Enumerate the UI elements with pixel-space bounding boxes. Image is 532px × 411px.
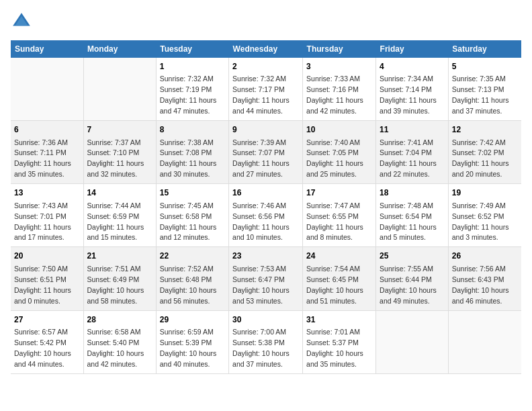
sunset-info: Sunset: 6:59 PM — [87, 212, 140, 220]
calendar-week-row: 6Sunrise: 7:36 AMSunset: 7:11 PMDaylight… — [11, 121, 521, 184]
day-number: 22 — [160, 250, 225, 262]
daylight-info: Daylight: 10 hours and 35 minutes. — [306, 349, 363, 368]
daylight-info: Daylight: 10 hours and 44 minutes. — [14, 349, 71, 368]
sunrise-info: Sunrise: 7:50 AM — [14, 265, 68, 273]
sunset-info: Sunset: 6:48 PM — [160, 275, 212, 283]
sunset-info: Sunset: 7:14 PM — [380, 85, 432, 93]
sunset-info: Sunset: 5:37 PM — [306, 338, 359, 347]
day-number: 10 — [306, 124, 372, 136]
day-number: 6 — [14, 124, 80, 136]
calendar-cell: 3Sunrise: 7:33 AMSunset: 7:16 PMDaylight… — [303, 58, 376, 121]
sunset-info: Sunset: 6:58 PM — [160, 212, 212, 220]
calendar-cell: 10Sunrise: 7:40 AMSunset: 7:05 PMDayligh… — [303, 121, 376, 184]
calendar-cell: 27Sunrise: 6:57 AMSunset: 5:42 PMDayligh… — [11, 310, 83, 373]
day-number: 27 — [14, 314, 80, 326]
sunset-info: Sunset: 6:44 PM — [380, 275, 432, 283]
sunset-info: Sunset: 6:51 PM — [14, 275, 66, 283]
sunset-info: Sunset: 5:39 PM — [160, 338, 212, 347]
day-number: 29 — [160, 314, 225, 326]
day-number: 11 — [380, 124, 445, 136]
daylight-info: Daylight: 11 hours and 32 minutes. — [87, 159, 144, 178]
calendar-cell: 17Sunrise: 7:47 AMSunset: 6:55 PMDayligh… — [303, 184, 376, 247]
day-number: 30 — [232, 314, 299, 326]
sunset-info: Sunset: 5:40 PM — [87, 338, 140, 347]
calendar-cell: 29Sunrise: 6:59 AMSunset: 5:39 PMDayligh… — [156, 310, 228, 373]
sunset-info: Sunset: 7:08 PM — [160, 148, 212, 156]
sunrise-info: Sunrise: 7:32 AM — [232, 75, 286, 83]
calendar-cell: 7Sunrise: 7:37 AMSunset: 7:10 PMDaylight… — [83, 121, 156, 184]
sunrise-info: Sunrise: 7:37 AM — [87, 138, 141, 146]
sunrise-info: Sunrise: 7:45 AM — [160, 201, 214, 210]
calendar-week-row: 1Sunrise: 7:32 AMSunset: 7:19 PMDaylight… — [11, 58, 521, 121]
calendar-cell: 9Sunrise: 7:39 AMSunset: 7:07 PMDaylight… — [229, 121, 303, 184]
day-number: 4 — [380, 61, 445, 73]
day-number: 15 — [160, 187, 225, 199]
calendar-week-row: 27Sunrise: 6:57 AMSunset: 5:42 PMDayligh… — [11, 310, 521, 373]
calendar-cell: 5Sunrise: 7:35 AMSunset: 7:13 PMDaylight… — [448, 58, 521, 121]
calendar-cell: 30Sunrise: 7:00 AMSunset: 5:38 PMDayligh… — [229, 310, 303, 373]
day-number: 19 — [452, 187, 518, 199]
calendar-cell: 14Sunrise: 7:44 AMSunset: 6:59 PMDayligh… — [83, 184, 156, 247]
daylight-info: Daylight: 11 hours and 35 minutes. — [14, 159, 71, 178]
header-monday: Monday — [83, 40, 156, 58]
sunrise-info: Sunrise: 7:55 AM — [380, 265, 433, 273]
calendar-cell: 13Sunrise: 7:43 AMSunset: 7:01 PMDayligh… — [11, 184, 83, 247]
sunset-info: Sunset: 6:52 PM — [452, 212, 504, 220]
calendar-cell: 25Sunrise: 7:55 AMSunset: 6:44 PMDayligh… — [376, 247, 449, 310]
calendar-cell: 6Sunrise: 7:36 AMSunset: 7:11 PMDaylight… — [11, 121, 83, 184]
calendar-cell: 2Sunrise: 7:32 AMSunset: 7:17 PMDaylight… — [229, 58, 303, 121]
day-number: 25 — [380, 250, 445, 262]
calendar-week-row: 20Sunrise: 7:50 AMSunset: 6:51 PMDayligh… — [11, 247, 521, 310]
sunset-info: Sunset: 7:02 PM — [452, 148, 504, 156]
sunset-info: Sunset: 5:42 PM — [14, 338, 66, 347]
sunset-info: Sunset: 7:16 PM — [306, 85, 359, 93]
calendar-cell — [11, 58, 83, 121]
sunrise-info: Sunrise: 7:41 AM — [380, 138, 433, 146]
daylight-info: Daylight: 11 hours and 37 minutes. — [452, 96, 509, 115]
header-thursday: Thursday — [303, 40, 376, 58]
day-number: 2 — [232, 61, 299, 73]
day-number: 26 — [452, 250, 518, 262]
header-saturday: Saturday — [448, 40, 521, 58]
daylight-info: Daylight: 10 hours and 42 minutes. — [87, 349, 144, 368]
daylight-info: Daylight: 10 hours and 49 minutes. — [380, 286, 437, 305]
daylight-info: Daylight: 11 hours and 42 minutes. — [306, 96, 363, 115]
sunset-info: Sunset: 6:43 PM — [452, 275, 504, 283]
daylight-info: Daylight: 10 hours and 37 minutes. — [232, 349, 290, 368]
sunrise-info: Sunrise: 6:57 AM — [14, 328, 68, 336]
calendar-cell: 1Sunrise: 7:32 AMSunset: 7:19 PMDaylight… — [156, 58, 228, 121]
sunrise-info: Sunrise: 7:40 AM — [306, 138, 360, 146]
sunset-info: Sunset: 7:01 PM — [14, 212, 66, 220]
daylight-info: Daylight: 11 hours and 22 minutes. — [380, 159, 437, 178]
sunrise-info: Sunrise: 7:38 AM — [160, 138, 214, 146]
daylight-info: Daylight: 11 hours and 27 minutes. — [232, 159, 290, 178]
day-number: 21 — [87, 250, 152, 262]
daylight-info: Daylight: 10 hours and 46 minutes. — [452, 286, 509, 305]
calendar-cell — [83, 58, 156, 121]
daylight-info: Daylight: 11 hours and 0 minutes. — [14, 286, 71, 305]
calendar-header-row: SundayMondayTuesdayWednesdayThursdayFrid… — [11, 40, 521, 58]
sunset-info: Sunset: 6:45 PM — [306, 275, 359, 283]
daylight-info: Daylight: 11 hours and 44 minutes. — [232, 96, 290, 115]
sunrise-info: Sunrise: 7:33 AM — [306, 75, 360, 83]
sunrise-info: Sunrise: 7:54 AM — [306, 265, 360, 273]
header-friday: Friday — [376, 40, 449, 58]
sunset-info: Sunset: 7:19 PM — [160, 85, 212, 93]
sunrise-info: Sunrise: 7:51 AM — [87, 265, 141, 273]
calendar-week-row: 13Sunrise: 7:43 AMSunset: 7:01 PMDayligh… — [11, 184, 521, 247]
sunrise-info: Sunrise: 7:39 AM — [232, 138, 286, 146]
daylight-info: Daylight: 11 hours and 25 minutes. — [306, 159, 363, 178]
calendar-cell: 15Sunrise: 7:45 AMSunset: 6:58 PMDayligh… — [156, 184, 228, 247]
sunrise-info: Sunrise: 6:58 AM — [87, 328, 141, 336]
calendar-cell: 23Sunrise: 7:53 AMSunset: 6:47 PMDayligh… — [229, 247, 303, 310]
sunrise-info: Sunrise: 7:46 AM — [232, 201, 286, 210]
calendar-cell: 26Sunrise: 7:56 AMSunset: 6:43 PMDayligh… — [448, 247, 521, 310]
day-number: 24 — [306, 250, 372, 262]
day-number: 7 — [87, 124, 152, 136]
sunrise-info: Sunrise: 7:34 AM — [380, 75, 433, 83]
daylight-info: Daylight: 10 hours and 53 minutes. — [232, 286, 290, 305]
daylight-info: Daylight: 10 hours and 51 minutes. — [306, 286, 363, 305]
sunrise-info: Sunrise: 7:43 AM — [14, 201, 68, 210]
sunset-info: Sunset: 6:55 PM — [306, 212, 359, 220]
calendar-cell: 8Sunrise: 7:38 AMSunset: 7:08 PMDaylight… — [156, 121, 228, 184]
